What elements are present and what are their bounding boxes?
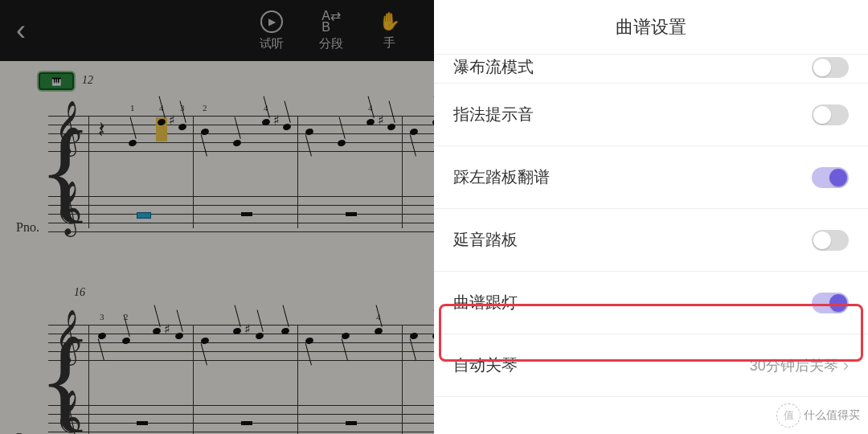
staff-system: { 𝄞 3 2 ♯ ♯: [48, 318, 434, 434]
setting-left-pedal-turn[interactable]: 踩左踏板翻谱: [434, 146, 868, 209]
treble-clef-icon: 𝄞: [55, 394, 82, 434]
watermark: 值 什么值得买: [776, 403, 860, 428]
measure-number: 12: [82, 74, 93, 87]
whole-rest-icon: [241, 212, 252, 216]
settings-list[interactable]: 瀑布流模式 指法提示音 踩左踏板翻谱 延音踏板 曲谱跟灯 自动关琴 30分钟后关…: [434, 55, 868, 434]
rest-highlight: [137, 212, 151, 219]
chevron-right-icon: ›: [843, 355, 849, 376]
settings-panel: 曲谱设置 瀑布流模式 指法提示音 踩左踏板翻谱 延音踏板 曲谱跟灯 自动关琴 3…: [434, 0, 868, 434]
whole-rest-icon: [346, 421, 357, 425]
setting-label: 瀑布流模式: [453, 56, 812, 78]
measure-number: 16: [74, 286, 85, 299]
instrument-label: Pno.: [16, 431, 39, 434]
listen-label: 试听: [260, 36, 284, 51]
setting-label: 曲谱跟灯: [453, 292, 812, 313]
watermark-badge: 值: [776, 403, 800, 428]
toggle-switch[interactable]: [812, 293, 849, 313]
toggle-switch[interactable]: [812, 167, 849, 188]
watermark-text: 什么值得买: [804, 408, 860, 423]
top-toolbar: ‹ ▶ 试听 A⇄B 分段 ✋ 手: [0, 0, 434, 61]
setting-label: 自动关琴: [453, 354, 750, 376]
section-button[interactable]: A⇄B 分段: [319, 10, 343, 51]
hand-icon: ✋: [379, 11, 400, 32]
setting-value: 30分钟后关琴: [750, 356, 838, 375]
section-label: 分段: [319, 36, 343, 51]
back-icon[interactable]: ‹: [16, 14, 26, 47]
settings-title: 曲谱设置: [616, 15, 686, 39]
setting-fingering-sound[interactable]: 指法提示音: [434, 84, 868, 146]
treble-staff: 𝄞 𝄽 1 4 ♯ 3 2 4 ♯: [48, 109, 434, 151]
instrument-label: Pno.: [16, 220, 39, 235]
bass-staff: 𝄞: [48, 399, 434, 434]
toggle-switch[interactable]: [812, 57, 849, 78]
setting-auto-off[interactable]: 自动关琴 30分钟后关琴 ›: [434, 334, 868, 397]
toggle-switch[interactable]: [812, 230, 849, 251]
ab-icon: A⇄B: [321, 10, 341, 33]
treble-clef-icon: 𝄞: [55, 185, 82, 231]
whole-rest-icon: [241, 421, 252, 425]
score-view-dimmed: ‹ ▶ 试听 A⇄B 分段 ✋ 手 12 16 Pno. Pno. { 𝄞: [0, 0, 434, 434]
staff-system: { 𝄞 𝄽 1 4 ♯ 3 2: [48, 109, 434, 270]
setting-sustain-pedal[interactable]: 延音踏板: [434, 209, 868, 272]
whole-rest-icon: [346, 212, 357, 216]
listen-button[interactable]: ▶ 试听: [260, 10, 284, 51]
setting-score-light[interactable]: 曲谱跟灯: [434, 272, 868, 334]
treble-clef-icon: 𝄞: [55, 313, 82, 360]
settings-header: 曲谱设置: [434, 0, 868, 55]
treble-staff: 𝄞 3 2 ♯ ♯ 4: [48, 318, 434, 360]
hand-label: 手: [383, 35, 395, 51]
toggle-switch[interactable]: [812, 104, 849, 125]
playback-marker[interactable]: [39, 72, 74, 90]
play-icon: ▶: [260, 10, 283, 33]
setting-waterfall-mode[interactable]: 瀑布流模式: [434, 55, 868, 84]
setting-label: 踩左踏板翻谱: [453, 166, 812, 188]
setting-label: 指法提示音: [453, 104, 812, 125]
score-area: 12 16 Pno. Pno. { 𝄞 𝄽 1 4 ♯ 3: [0, 61, 434, 434]
treble-clef-icon: 𝄞: [55, 104, 82, 151]
setting-label: 延音踏板: [453, 229, 812, 251]
bass-staff: 𝄞: [48, 190, 434, 231]
hand-button[interactable]: ✋ 手: [379, 11, 400, 51]
whole-rest-icon: [137, 421, 148, 425]
